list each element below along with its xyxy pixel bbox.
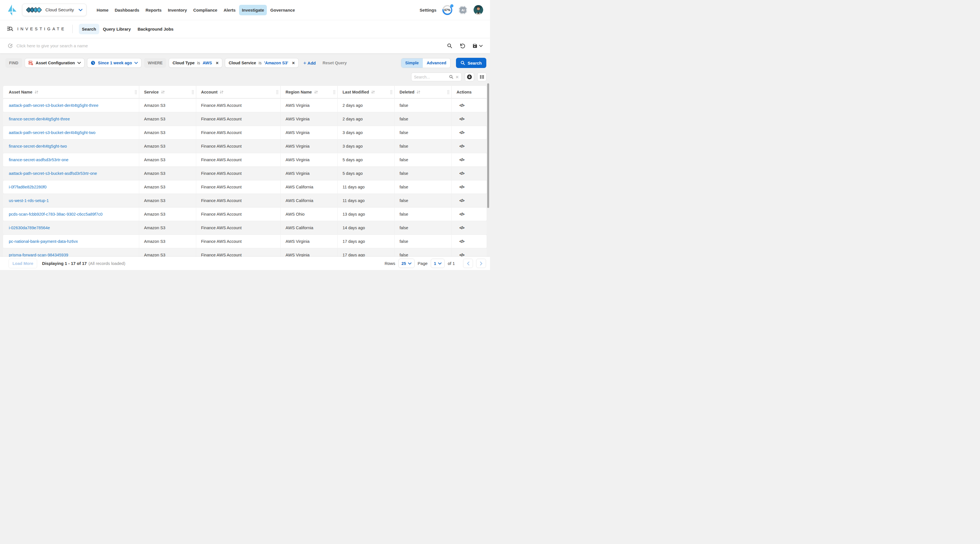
code-icon[interactable]: </> bbox=[460, 239, 464, 244]
search-icon[interactable] bbox=[447, 43, 452, 48]
column-header-region-name[interactable]: Region Name bbox=[280, 86, 337, 98]
nav-item-governance[interactable]: Governance bbox=[267, 5, 298, 15]
brand-logo-icon[interactable] bbox=[7, 4, 18, 16]
actions-cell: </> bbox=[452, 113, 487, 125]
asset-name-link[interactable]: us-west-1-rds-setup-1 bbox=[9, 198, 49, 203]
asset-name-link[interactable]: i-0f7fad8e82b2280f0 bbox=[9, 185, 46, 189]
tab-search[interactable]: Search bbox=[79, 24, 99, 34]
asset-name-link[interactable]: i-02630da789e78564e bbox=[9, 225, 50, 230]
table-row: aattack-path-secret-s3-bucket-der4t4tg5g… bbox=[3, 99, 487, 112]
download-button[interactable] bbox=[465, 73, 474, 81]
asset-name-link[interactable]: aattack-path-secret-s3-bucket-der4t4tg5g… bbox=[9, 103, 99, 108]
deleted-cell: false bbox=[395, 194, 452, 207]
rows-per-page-select[interactable]: 25 bbox=[398, 259, 415, 268]
region-cell: AWS California bbox=[280, 181, 337, 193]
query-builder: FIND Asset Configuration bbox=[0, 53, 490, 68]
vertical-scrollbar[interactable] bbox=[487, 83, 489, 208]
asset-name-link[interactable]: finance-secret-der4t4tg5ght-two bbox=[9, 144, 67, 149]
mode-simple-button[interactable]: Simple bbox=[401, 59, 423, 68]
time-filter-dropdown[interactable]: Since 1 week ago bbox=[87, 58, 142, 68]
table-footer: Load More Displaying 1 - 17 of 17 (All r… bbox=[0, 257, 490, 270]
entity-dropdown[interactable]: Asset Configuration bbox=[25, 58, 85, 68]
workspace-selector[interactable]: Cloud Security bbox=[22, 4, 86, 16]
nav-item-dashboards[interactable]: Dashboards bbox=[112, 5, 142, 15]
mode-advanced-button[interactable]: Advanced bbox=[423, 59, 450, 68]
column-resize-grip[interactable] bbox=[135, 90, 137, 94]
code-icon[interactable]: </> bbox=[460, 171, 464, 176]
actions-cell: </> bbox=[452, 194, 487, 207]
service-cell: Amazon S3 bbox=[139, 235, 196, 248]
search-icon bbox=[460, 60, 465, 65]
asset-name-link[interactable]: aattack-path-secret-s3-bucket-asdfsd3r53… bbox=[9, 171, 97, 176]
column-header-asset-name[interactable]: Asset Name bbox=[3, 86, 139, 98]
asset-name-link[interactable]: pcds-scan-fcbb920f-c783-38ac-9302-c6cc5a… bbox=[9, 212, 102, 216]
filter-chip-cloud-service[interactable]: Cloud Serviceis'Amazon S3'✕ bbox=[225, 58, 299, 68]
column-resize-grip[interactable] bbox=[276, 90, 278, 94]
asset-name-link[interactable]: pc-national-bank-payment-data-hz6vx bbox=[9, 239, 78, 244]
column-resize-grip[interactable] bbox=[192, 90, 194, 94]
nav-item-home[interactable]: Home bbox=[94, 5, 111, 15]
actions-cell: </> bbox=[452, 167, 487, 180]
filter-chip-cloud-type[interactable]: Cloud TypeisAWS✕ bbox=[169, 58, 222, 68]
nav-item-alerts[interactable]: Alerts bbox=[221, 5, 239, 15]
region-cell: AWS Virginia bbox=[280, 99, 337, 112]
filter-value: 'Amazon S3' bbox=[264, 60, 288, 65]
code-icon[interactable]: </> bbox=[460, 130, 464, 135]
settings-link[interactable]: Settings bbox=[420, 8, 436, 13]
remove-filter-icon[interactable]: ✕ bbox=[215, 61, 219, 65]
search-name-field[interactable]: Click here to give your search a name bbox=[8, 43, 88, 48]
code-icon[interactable]: </> bbox=[460, 185, 464, 189]
previous-page-button[interactable] bbox=[463, 259, 473, 268]
column-header-account[interactable]: Account bbox=[196, 86, 280, 98]
actions-cell: </> bbox=[452, 153, 487, 166]
code-icon[interactable]: </> bbox=[460, 225, 464, 230]
progress-ring[interactable]: 67% bbox=[442, 5, 452, 15]
table-row: us-west-1-rds-setup-1Amazon S3Finance AW… bbox=[3, 194, 487, 207]
column-header-service[interactable]: Service bbox=[139, 86, 196, 98]
next-page-button[interactable] bbox=[476, 259, 486, 268]
column-header-deleted[interactable]: Deleted bbox=[395, 86, 452, 98]
column-resize-grip[interactable] bbox=[390, 90, 393, 94]
actions-cell: </> bbox=[452, 208, 487, 221]
code-icon[interactable]: </> bbox=[460, 212, 464, 216]
record-count: Displaying 1 - 17 of 17 bbox=[42, 261, 87, 266]
column-settings-button[interactable] bbox=[477, 73, 487, 81]
all-records-note: (All records loaded) bbox=[89, 261, 125, 266]
add-filter-button[interactable]: + Add bbox=[303, 60, 316, 66]
asset-name-link[interactable]: finance-secret-der4t4tg5ght-three bbox=[9, 117, 70, 121]
table-search-input[interactable] bbox=[414, 75, 447, 79]
user-avatar[interactable] bbox=[474, 5, 483, 15]
code-icon[interactable]: </> bbox=[460, 198, 464, 203]
page-select[interactable]: 1 bbox=[431, 259, 445, 268]
save-query-control[interactable] bbox=[473, 43, 483, 48]
run-search-button[interactable]: Search bbox=[456, 58, 486, 68]
tab-query-library[interactable]: Query Library bbox=[100, 24, 134, 34]
ai-chip-icon[interactable]: AI bbox=[458, 5, 468, 15]
code-icon[interactable]: </> bbox=[460, 103, 464, 108]
page-value: 1 bbox=[434, 261, 436, 266]
code-icon[interactable]: </> bbox=[460, 144, 464, 149]
remove-filter-icon[interactable]: ✕ bbox=[292, 61, 295, 65]
asset-name-cell: i-0f7fad8e82b2280f0 bbox=[3, 181, 139, 193]
column-resize-grip[interactable] bbox=[447, 90, 449, 94]
column-resize-grip[interactable] bbox=[333, 90, 336, 94]
asset-name-link[interactable]: aattack-path-secret-s3-bucket-der4t4tg5g… bbox=[9, 130, 95, 135]
column-header-last-modified[interactable]: Last Modified bbox=[337, 86, 395, 98]
progress-value: 67% bbox=[444, 6, 451, 14]
search-icon[interactable] bbox=[449, 75, 453, 79]
nav-item-compliance[interactable]: Compliance bbox=[190, 5, 220, 15]
clear-search-icon[interactable]: ✕ bbox=[455, 75, 459, 79]
table-row: pc-national-bank-payment-data-hz6vxAmazo… bbox=[3, 235, 487, 248]
code-icon[interactable]: </> bbox=[460, 117, 464, 121]
tab-background-jobs[interactable]: Background Jobs bbox=[134, 24, 177, 34]
code-icon[interactable]: </> bbox=[460, 157, 464, 162]
asset-name-link[interactable]: finance-secret-asdfsd3r53rtr-one bbox=[9, 157, 68, 162]
nav-item-inventory[interactable]: Inventory bbox=[165, 5, 190, 15]
nav-item-investigate[interactable]: Investigate bbox=[239, 5, 267, 15]
load-more-button[interactable]: Load More bbox=[8, 259, 37, 268]
nav-item-reports[interactable]: Reports bbox=[143, 5, 164, 15]
filter-operator: is bbox=[197, 60, 200, 65]
filter-field-label: Cloud Service bbox=[229, 60, 256, 65]
reset-query-button[interactable]: Reset Query bbox=[322, 60, 347, 65]
undo-icon[interactable] bbox=[460, 43, 465, 48]
